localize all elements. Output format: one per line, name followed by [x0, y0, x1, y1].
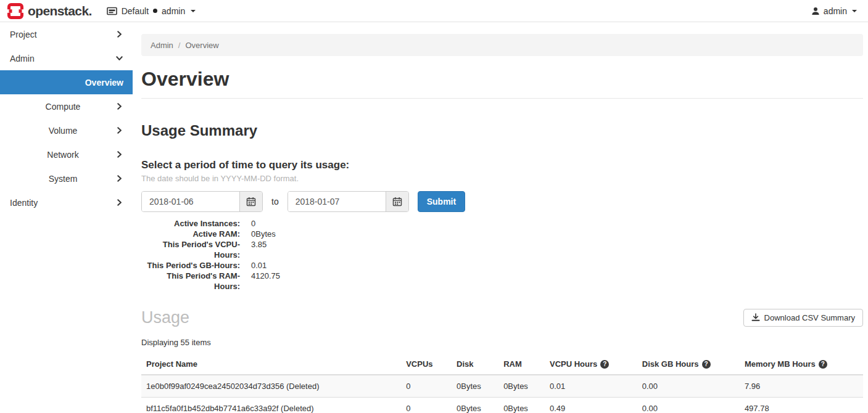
sidebar-item-system[interactable]: System: [0, 166, 133, 190]
sidebar-item-network[interactable]: Network: [0, 142, 133, 166]
stat-value: 0.01: [251, 260, 267, 271]
sidebar-item-label: Overview: [85, 78, 123, 88]
sidebar-item-project[interactable]: Project: [0, 22, 133, 46]
sidebar-item-label: Network: [10, 150, 116, 160]
column-label: Disk: [457, 359, 473, 369]
value-cell: 0.01: [545, 375, 637, 398]
openstack-logo-icon: [7, 3, 23, 19]
chevron-down-icon: [191, 10, 196, 12]
user-name: admin: [824, 6, 847, 16]
download-csv-label: Download CSV Summary: [764, 313, 855, 322]
sidebar-item-overview[interactable]: Overview: [0, 70, 133, 94]
chevron-right-icon: [116, 31, 123, 38]
calendar-icon[interactable]: [239, 192, 262, 211]
download-icon: [751, 313, 760, 322]
column-label: RAM: [503, 359, 522, 369]
item-count: Displaying 55 items: [141, 338, 863, 347]
top-navbar: openstack. Default admin admin: [0, 0, 868, 22]
value-cell: 0: [401, 398, 452, 413]
column-header: VCPU Hours?: [545, 354, 637, 375]
project-name-cell: 1e0b0f99af0249cea24502034d73d356 (Delete…: [141, 375, 401, 398]
stat-row: This Period's VCPU-Hours:3.85: [141, 239, 863, 260]
sidebar-item-label: Volume: [10, 126, 116, 136]
table-row: 1e0b0f99af0249cea24502034d73d356 (Delete…: [141, 375, 863, 398]
column-label: VCPUs: [406, 359, 432, 369]
stat-value: 0Bytes: [251, 229, 276, 239]
domain-icon: [107, 7, 117, 15]
stat-row: Active RAM:0Bytes: [141, 229, 863, 239]
date-to-input[interactable]: [288, 192, 386, 211]
column-label: Project Name: [146, 359, 197, 369]
help-question-icon[interactable]: ?: [702, 360, 711, 369]
sidebar-item-identity[interactable]: Identity: [0, 190, 133, 215]
stat-row: This Period's RAM-Hours:4120.75: [141, 271, 863, 292]
usage-summary-title: Usage Summary: [141, 122, 863, 139]
usage-section-header: Usage Download CSV Summary: [141, 308, 863, 327]
openstack-brand[interactable]: openstack.: [7, 3, 92, 19]
context-switcher[interactable]: Default admin: [107, 6, 196, 16]
main-content: Admin / Overview Overview Usage Summary …: [133, 34, 868, 413]
sidebar-item-admin[interactable]: Admin: [0, 46, 133, 70]
chevron-down-icon: [852, 10, 857, 12]
stat-row: Active Instances:0: [141, 218, 863, 229]
column-label: Disk GB Hours: [642, 359, 699, 369]
stat-row: This Period's GB-Hours:0.01: [141, 260, 863, 271]
calendar-icon[interactable]: [386, 192, 408, 211]
period-prompt: Select a period of time to query its usa…: [141, 159, 863, 171]
download-csv-button[interactable]: Download CSV Summary: [743, 309, 863, 327]
value-cell: 0Bytes: [452, 375, 498, 398]
date-from-group: [141, 191, 263, 212]
breadcrumb-separator: /: [178, 41, 181, 50]
usage-title: Usage: [141, 308, 189, 327]
usage-period-form: to Submit: [141, 191, 863, 212]
column-header: Memory MB Hours?: [740, 354, 863, 375]
value-cell: 497.78: [740, 398, 863, 413]
value-cell: 0.49: [545, 398, 637, 413]
chevron-right-icon: [116, 199, 123, 206]
column-label: Memory MB Hours: [745, 359, 816, 369]
stat-label: Active Instances:: [141, 218, 240, 229]
user-icon: [811, 7, 820, 15]
stat-value: 4120.75: [251, 271, 280, 292]
help-question-icon[interactable]: ?: [819, 360, 827, 369]
column-header: RAM: [498, 354, 545, 375]
stat-label: Active RAM:: [141, 229, 240, 239]
sidebar-item-label: Identity: [10, 198, 38, 208]
sidebar-item-label: Admin: [10, 54, 35, 63]
value-cell: 0.00: [637, 398, 740, 413]
submit-button[interactable]: Submit: [418, 191, 465, 212]
stat-value: 0: [251, 218, 255, 229]
sidebar-item-volume[interactable]: Volume: [0, 118, 133, 142]
date-from-input[interactable]: [142, 192, 239, 211]
stat-value: 3.85: [251, 239, 267, 260]
chevron-right-icon: [116, 127, 123, 134]
breadcrumb: Admin / Overview: [141, 34, 863, 56]
stat-label: This Period's RAM-Hours:: [141, 271, 240, 292]
breadcrumb-overview: Overview: [185, 41, 218, 50]
usage-table: Project NameVCPUsDiskRAMVCPU Hours?Disk …: [141, 354, 863, 413]
project-name-cell: bf11c5fa0f1b452db4b7741a6c33a92f (Delete…: [141, 398, 401, 413]
value-cell: 0: [401, 375, 452, 398]
value-cell: 0.00: [637, 375, 740, 398]
context-project: admin: [162, 6, 185, 16]
context-domain: Default: [122, 6, 149, 16]
help-question-icon[interactable]: ?: [600, 360, 609, 369]
date-format-hint: The date should be in YYYY-MM-DD format.: [141, 174, 863, 183]
table-body: 1e0b0f99af0249cea24502034d73d356 (Delete…: [141, 375, 863, 413]
brand-wordmark: openstack.: [28, 4, 92, 18]
user-menu[interactable]: admin: [811, 6, 862, 16]
chevron-right-icon: [116, 103, 123, 110]
sidebar-item-compute[interactable]: Compute: [0, 94, 133, 118]
table-row: bf11c5fa0f1b452db4b7741a6c33a92f (Delete…: [141, 398, 863, 413]
stat-label: This Period's GB-Hours:: [141, 260, 240, 271]
stat-label: This Period's VCPU-Hours:: [141, 239, 240, 260]
column-header: Project Name: [141, 354, 401, 375]
value-cell: 0Bytes: [498, 398, 545, 413]
sidebar-item-label: Project: [10, 30, 37, 39]
sidebar-item-label: System: [10, 174, 116, 184]
chevron-right-icon: [116, 151, 123, 158]
breadcrumb-admin[interactable]: Admin: [151, 41, 173, 50]
column-header: VCPUs: [401, 354, 452, 375]
chevron-down-icon: [116, 55, 123, 62]
column-header: Disk: [452, 354, 498, 375]
